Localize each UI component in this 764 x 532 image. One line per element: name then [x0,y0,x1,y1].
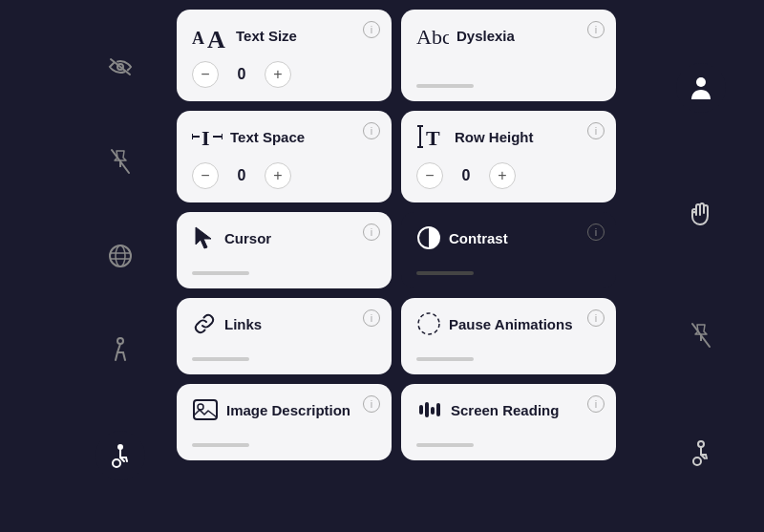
cursor-info-button[interactable]: i [363,223,380,241]
screen-reading-card: Screen Reading i [401,384,616,460]
image-description-card: Image Description i [177,384,392,460]
dyslexia-subtitle [416,84,474,88]
text-size-header: A A Text Size [192,23,376,48]
svg-text:A: A [207,26,225,48]
row-height-counter: − 0 + [416,162,601,189]
cursor-icon [192,225,217,250]
row-height-title: Row Height [455,129,601,145]
screen-reading-icon [416,397,443,422]
text-size-value: 0 [232,66,251,83]
sidebar-left [96,0,145,532]
links-title: Links [224,316,376,332]
text-size-card: A A Text Size i − 0 + [177,10,392,101]
text-size-icon: A A [192,23,228,48]
pause-animations-card: Pause Animations i [401,298,616,374]
cards-grid: A A Text Size i − 0 + Abc Dyslexia i [177,10,616,460]
links-info-button[interactable]: i [363,309,380,327]
text-space-value: 0 [232,167,251,184]
contrast-card: Contrast i [401,212,616,288]
svg-point-28 [198,404,203,410]
contrast-subtitle [416,271,474,275]
svg-text:Abc: Abc [416,25,449,48]
pin-slash-icon[interactable] [105,146,136,177]
row-height-header: T Row Height [416,124,601,149]
links-header: Links [192,311,376,336]
dyslexia-header: Abc Dyslexia [416,23,601,48]
svg-point-2 [110,245,131,266]
links-subtitle [192,357,249,361]
pause-animations-header: Pause Animations [416,311,601,336]
row-height-increment[interactable]: + [489,162,516,189]
text-size-decrement[interactable]: − [192,61,219,88]
contrast-header: Contrast [416,225,601,250]
text-space-icon: I [192,124,223,149]
text-size-counter: − 0 + [192,61,376,88]
person-fab-button[interactable] [676,63,726,113]
svg-marker-21 [196,227,211,248]
text-size-info-button[interactable]: i [363,21,380,38]
sidebar-right [676,0,726,532]
hand-icon[interactable] [686,201,716,231]
svg-rect-29 [419,405,423,415]
pause-animations-subtitle [416,357,474,361]
contrast-icon [416,225,441,250]
screen-reading-header: Screen Reading [416,397,601,422]
svg-point-33 [696,77,706,87]
eye-slash-icon[interactable] [105,52,136,82]
image-description-info-button[interactable]: i [363,395,380,413]
text-space-counter: − 0 + [192,162,376,189]
svg-rect-27 [194,400,217,419]
pause-animations-icon [416,311,441,336]
screen-reading-title: Screen Reading [451,402,601,418]
svg-line-23 [422,232,426,236]
svg-rect-31 [431,407,435,415]
cursor-card: Cursor i [177,212,392,288]
row-height-info-button[interactable]: i [587,122,605,139]
screen-reading-info-button[interactable]: i [587,395,605,413]
links-icon [192,311,217,336]
dyslexia-card: Abc Dyslexia i [401,10,616,101]
image-description-title: Image Description [226,402,376,418]
svg-point-3 [116,245,125,266]
svg-line-25 [422,240,426,244]
pause-animations-info-button[interactable]: i [587,309,605,327]
text-space-increment[interactable]: + [265,162,291,189]
dyslexia-info-button[interactable]: i [587,21,605,38]
svg-point-8 [113,459,120,467]
dyslexia-icon: Abc [416,23,449,48]
text-space-header: I Text Space [192,124,376,149]
screen-reading-subtitle [416,443,474,447]
row-height-icon: T [416,124,447,149]
walk-icon[interactable] [105,336,136,367]
svg-rect-32 [436,403,440,416]
row-height-value: 0 [456,167,476,184]
text-space-info-button[interactable]: i [363,122,380,139]
links-card: Links i [177,298,392,374]
svg-text:A: A [192,29,204,48]
text-space-title: Text Space [230,129,376,145]
row-height-card: T Row Height i − 0 + [401,111,616,202]
cursor-subtitle [192,271,249,275]
svg-text:I: I [202,126,210,149]
text-space-card: I Text Space i − 0 + [177,111,392,202]
row-height-decrement[interactable]: − [416,162,443,189]
contrast-title: Contrast [449,230,601,246]
wheelchair-right-icon[interactable] [686,438,716,469]
cursor-header: Cursor [192,225,376,250]
image-description-icon [192,397,219,422]
pause-animations-title: Pause Animations [449,316,601,332]
cursor-title: Cursor [224,230,376,246]
svg-point-26 [418,313,439,334]
text-space-decrement[interactable]: − [192,162,219,189]
image-description-subtitle [192,443,249,447]
pin-slash-right-icon[interactable] [686,320,716,351]
globe-icon[interactable] [105,241,136,271]
svg-point-36 [693,458,701,465]
svg-rect-30 [425,402,429,417]
wheelchair-fab-button[interactable] [96,431,145,480]
dyslexia-title: Dyslexia [456,28,601,44]
svg-text:T: T [426,126,440,149]
contrast-info-button[interactable]: i [587,223,605,241]
text-size-increment[interactable]: + [265,61,291,88]
text-size-title: Text Size [236,28,376,44]
